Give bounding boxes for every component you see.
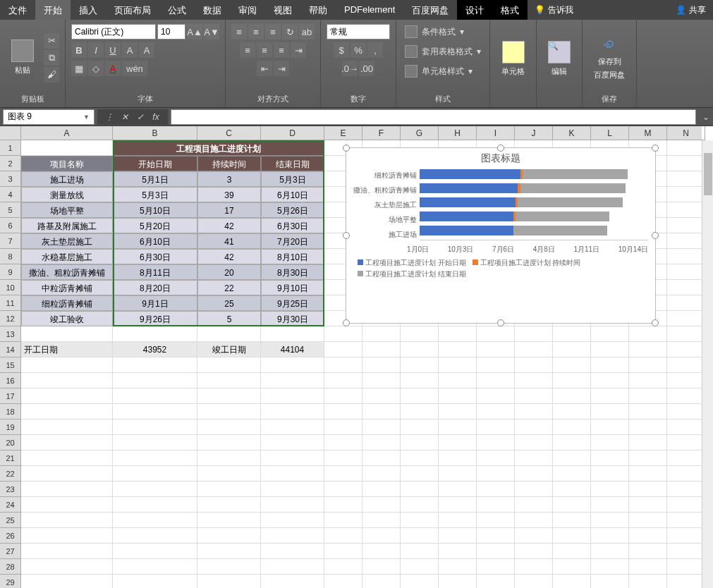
row-header-26[interactable]: 26 — [0, 528, 21, 544]
cell-J17[interactable] — [515, 388, 553, 404]
align-center-button[interactable]: ≡ — [257, 42, 272, 58]
cell-A29[interactable] — [21, 575, 113, 588]
cell-L29[interactable] — [591, 575, 629, 588]
cell-H20[interactable] — [439, 435, 477, 451]
col-header-L[interactable]: L — [591, 126, 629, 140]
cell-C7[interactable]: 41 — [197, 233, 261, 249]
cell-B27[interactable] — [113, 544, 197, 559]
align-left-button[interactable]: ≡ — [240, 42, 255, 58]
cell-N10[interactable] — [667, 280, 705, 295]
cell-M25[interactable] — [629, 513, 667, 528]
conditional-format-button[interactable]: 条件格式▾ — [402, 24, 467, 39]
cell-I22[interactable] — [477, 466, 515, 482]
fx-expand-button[interactable]: ⌄ — [699, 112, 713, 122]
cell-E25[interactable] — [324, 513, 362, 528]
cell-E21[interactable] — [324, 451, 362, 466]
cell-H17[interactable] — [439, 388, 477, 404]
cell-I14[interactable] — [477, 342, 515, 357]
cell-D28[interactable] — [261, 559, 324, 575]
cell-J14[interactable] — [515, 342, 553, 357]
tab-help[interactable]: 帮助 — [300, 0, 336, 20]
cell-N27[interactable] — [667, 544, 705, 559]
chart-legend[interactable]: 工程项目施工进度计划 开始日期 工程项目施工进度计划 持续时间 工程项目施工进度… — [346, 255, 655, 283]
indent-decrease-button[interactable]: ⇤ — [257, 61, 272, 76]
row-header-24[interactable]: 24 — [0, 497, 21, 513]
cell-I21[interactable] — [477, 451, 515, 466]
currency-button[interactable]: $ — [334, 42, 349, 58]
italic-button[interactable]: I — [88, 42, 104, 58]
cell-B24[interactable] — [113, 497, 197, 513]
cell-K18[interactable] — [553, 404, 591, 419]
cell-E16[interactable] — [324, 373, 362, 388]
cell-C15[interactable] — [197, 357, 261, 373]
row-header-9[interactable]: 9 — [0, 264, 21, 280]
row-header-11[interactable]: 11 — [0, 295, 21, 311]
row-header-17[interactable]: 17 — [0, 388, 21, 404]
cell-C3[interactable]: 3 — [197, 171, 261, 187]
cell-C9[interactable]: 20 — [197, 264, 261, 280]
indent-increase-button[interactable]: ⇥ — [274, 61, 289, 76]
row-header-21[interactable]: 21 — [0, 451, 21, 466]
copy-button[interactable]: ⧉ — [44, 50, 59, 66]
cell-N25[interactable] — [667, 513, 705, 528]
cell-G26[interactable] — [401, 528, 439, 544]
cell-A27[interactable] — [21, 544, 113, 559]
cell-J27[interactable] — [515, 544, 553, 559]
cell-C20[interactable] — [197, 435, 261, 451]
cell-M14[interactable] — [629, 342, 667, 357]
col-header-F[interactable]: F — [362, 126, 401, 140]
cell-E13[interactable] — [324, 326, 362, 342]
tab-review[interactable]: 审阅 — [230, 0, 265, 20]
cell-M17[interactable] — [629, 388, 667, 404]
cell-D25[interactable] — [261, 513, 324, 528]
cell-B26[interactable] — [113, 528, 197, 544]
cell-E28[interactable] — [324, 559, 362, 575]
cell-A7[interactable]: 灰土垫层施工 — [21, 233, 113, 249]
row-header-3[interactable]: 3 — [0, 171, 21, 187]
cell-L23[interactable] — [591, 482, 629, 497]
cell-D2[interactable]: 结束日期 — [261, 156, 324, 171]
resize-handle-tm[interactable] — [497, 145, 504, 152]
cell-K23[interactable] — [553, 482, 591, 497]
cell-D8[interactable]: 8月10日 — [261, 249, 324, 264]
cell-K26[interactable] — [553, 528, 591, 544]
cell-H23[interactable] — [439, 482, 477, 497]
cell-C12[interactable]: 5 — [197, 311, 261, 326]
cell-I27[interactable] — [477, 544, 515, 559]
cell-B28[interactable] — [113, 559, 197, 575]
border-button[interactable]: ▦ — [71, 61, 87, 76]
cell-F15[interactable] — [362, 357, 401, 373]
cell-H27[interactable] — [439, 544, 477, 559]
cell-K25[interactable] — [553, 513, 591, 528]
cells-button[interactable]: 单元格 — [496, 38, 530, 80]
percent-button[interactable]: % — [351, 42, 366, 58]
cell-F23[interactable] — [362, 482, 401, 497]
cell-A5[interactable]: 场地平整 — [21, 202, 113, 218]
cell-I25[interactable] — [477, 513, 515, 528]
cell-M27[interactable] — [629, 544, 667, 559]
cell-N2[interactable] — [667, 156, 705, 171]
cell-B7[interactable]: 6月10日 — [113, 233, 197, 249]
cell-D12[interactable]: 9月30日 — [261, 311, 324, 326]
cell-C22[interactable] — [197, 466, 261, 482]
cell-K16[interactable] — [553, 373, 591, 388]
col-header-C[interactable]: C — [197, 126, 261, 140]
row-header-25[interactable]: 25 — [0, 513, 21, 528]
cell-M28[interactable] — [629, 559, 667, 575]
cell-N22[interactable] — [667, 466, 705, 482]
tab-insert[interactable]: 插入 — [71, 0, 106, 20]
cell-A10[interactable]: 中粒沥青摊铺 — [21, 280, 113, 295]
cell-M16[interactable] — [629, 373, 667, 388]
row-header-23[interactable]: 23 — [0, 482, 21, 497]
cell-A17[interactable] — [21, 388, 113, 404]
cell-A24[interactable] — [21, 497, 113, 513]
row-header-29[interactable]: 29 — [0, 575, 21, 588]
cell-D22[interactable] — [261, 466, 324, 482]
cell-C27[interactable] — [197, 544, 261, 559]
resize-handle-br[interactable] — [652, 319, 659, 326]
cell-H28[interactable] — [439, 559, 477, 575]
cell-F18[interactable] — [362, 404, 401, 419]
align-top-button[interactable]: ≡ — [231, 24, 247, 39]
cell-D23[interactable] — [261, 482, 324, 497]
cell-L27[interactable] — [591, 544, 629, 559]
